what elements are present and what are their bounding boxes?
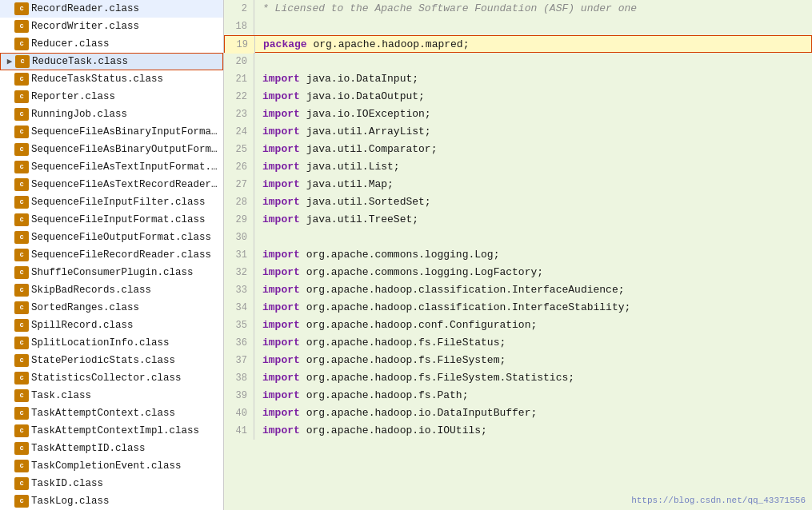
code-line-10: 27import java.util.Map; (224, 176, 812, 193)
tree-item-6[interactable]: cRunningJob.class (0, 106, 223, 123)
tree-arrow-3: ▶ (4, 53, 15, 70)
code-line-11: 28import java.util.SortedSet; (224, 193, 812, 211)
line-content-14: import org.apache.commons.logging.Log; (262, 246, 499, 264)
tree-item-27[interactable]: cTaskID.class (0, 475, 223, 492)
tree-item-label-27: TaskID.class (31, 475, 103, 492)
code-line-1: 18 (224, 18, 812, 35)
tree-item-11[interactable]: cSequenceFileInputFilter.class (0, 193, 223, 211)
tree-item-label-2: Reducer.class (31, 35, 110, 53)
line-number-21: 38 (224, 369, 254, 387)
line-content-24: import org.apache.hadoop.io.IOUtils; (262, 422, 487, 440)
code-line-24: 41import org.apache.hadoop.io.IOUtils; (224, 422, 812, 440)
tree-item-16[interactable]: cSkipBadRecords.class (0, 281, 223, 299)
line-number-9: 26 (224, 158, 254, 176)
tree-item-26[interactable]: cTaskCompletionEvent.class (0, 457, 223, 475)
tree-item-label-7: SequenceFileAsBinaryInputFormat.class (31, 123, 220, 141)
line-content-15: import org.apache.commons.logging.LogFac… (262, 264, 543, 281)
tree-item-14[interactable]: cSequenceFileRecordReader.class (0, 246, 223, 264)
tree-item-label-13: SequenceFileOutputFormat.class (31, 229, 211, 246)
tree-item-label-23: TaskAttemptContext.class (31, 404, 175, 422)
line-content-12: import java.util.TreeSet; (262, 211, 418, 229)
tree-item-19[interactable]: cSplitLocationInfo.class (0, 334, 223, 352)
code-editor: 2* Licensed to the Apache Software Found… (224, 0, 812, 510)
tree-item-label-12: SequenceFileInputFormat.class (31, 211, 206, 229)
watermark: https://blog.csdn.net/qq_43371556 (631, 496, 806, 505)
tree-item-label-21: StatisticsCollector.class (31, 369, 182, 387)
tree-item-label-25: TaskAttemptID.class (31, 440, 146, 457)
code-line-20: 37import org.apache.hadoop.fs.FileSystem… (224, 352, 812, 369)
code-line-4: 21import java.io.DataInput; (224, 70, 812, 88)
code-content: 2* Licensed to the Apache Software Found… (224, 0, 812, 440)
line-number-15: 32 (224, 264, 254, 281)
class-icon-18: c (14, 319, 29, 332)
class-icon-22: c (14, 389, 29, 402)
tree-item-12[interactable]: cSequenceFileInputFormat.class (0, 211, 223, 229)
tree-item-18[interactable]: cSpillRecord.class (0, 317, 223, 334)
tree-item-24[interactable]: cTaskAttemptContextImpl.class (0, 422, 223, 440)
tree-item-13[interactable]: cSequenceFileOutputFormat.class (0, 229, 223, 246)
class-icon-25: c (14, 442, 29, 455)
line-number-16: 33 (224, 281, 254, 299)
class-icon-9: c (14, 161, 29, 173)
line-number-0: 2 (224, 0, 254, 18)
line-content-16: import org.apache.hadoop.classification.… (262, 281, 625, 299)
line-content-20: import org.apache.hadoop.fs.FileSystem; (262, 352, 506, 369)
class-icon-27: c (14, 477, 29, 490)
class-icon-2: c (14, 38, 29, 50)
line-number-3: 20 (224, 53, 254, 70)
line-number-8: 25 (224, 141, 254, 158)
line-number-7: 24 (224, 123, 254, 141)
code-line-19: 36import org.apache.hadoop.fs.FileStatus… (224, 334, 812, 352)
tree-item-23[interactable]: cTaskAttemptContext.class (0, 404, 223, 422)
tree-item-label-0: RecordReader.class (31, 0, 139, 18)
tree-item-5[interactable]: cReporter.class (0, 88, 223, 106)
line-number-5: 22 (224, 88, 254, 106)
line-content-7: import java.util.ArrayList; (262, 123, 431, 141)
class-icon-13: c (14, 231, 29, 244)
line-content-0: * Licensed to the Apache Software Founda… (262, 0, 637, 18)
line-content-9: import java.util.List; (262, 158, 400, 176)
tree-item-label-24: TaskAttemptContextImpl.class (31, 422, 199, 440)
class-icon-3: c (15, 55, 30, 68)
class-icon-5: c (14, 90, 29, 103)
code-line-5: 22import java.io.DataOutput; (224, 88, 812, 106)
tree-item-label-4: ReduceTaskStatus.class (31, 70, 163, 88)
tree-item-8[interactable]: cSequenceFileAsBinaryOutputFormat.cl... (0, 141, 223, 158)
tree-item-15[interactable]: cShuffleConsumerPlugin.class (0, 264, 223, 281)
tree-item-20[interactable]: cStatePeriodicStats.class (0, 352, 223, 369)
code-line-16: 33import org.apache.hadoop.classificatio… (224, 281, 812, 299)
tree-item-10[interactable]: cSequenceFileAsTextRecordReader.clas... (0, 176, 223, 193)
tree-item-25[interactable]: cTaskAttemptID.class (0, 440, 223, 457)
tree-item-0[interactable]: cRecordReader.class (0, 0, 223, 18)
tree-item-7[interactable]: cSequenceFileAsBinaryInputFormat.class (0, 123, 223, 141)
tree-item-28[interactable]: cTaskLog.class (0, 492, 223, 510)
class-icon-1: c (14, 20, 29, 33)
tree-item-9[interactable]: cSequenceFileAsTextInputFormat.class (0, 158, 223, 176)
code-line-7: 24import java.util.ArrayList; (224, 123, 812, 141)
code-line-12: 29import java.util.TreeSet; (224, 211, 812, 229)
code-line-6: 23import java.io.IOException; (224, 106, 812, 123)
tree-item-21[interactable]: cStatisticsCollector.class (0, 369, 223, 387)
tree-item-17[interactable]: cSortedRanges.class (0, 299, 223, 317)
line-content-2: package org.apache.hadoop.mapred; (263, 36, 469, 54)
code-line-0: 2* Licensed to the Apache Software Found… (224, 0, 812, 18)
file-tree[interactable]: cRecordReader.classcRecordWriter.classcR… (0, 0, 224, 510)
line-number-14: 31 (224, 246, 254, 264)
line-number-19: 36 (224, 334, 254, 352)
class-icon-7: c (14, 126, 29, 138)
tree-item-1[interactable]: cRecordWriter.class (0, 18, 223, 35)
tree-item-label-11: SequenceFileInputFilter.class (31, 193, 206, 211)
line-content-19: import org.apache.hadoop.fs.FileStatus; (262, 334, 506, 352)
class-icon-17: c (14, 301, 29, 314)
tree-item-2[interactable]: cReducer.class (0, 35, 223, 53)
class-icon-6: c (14, 108, 29, 121)
line-content-8: import java.util.Comparator; (262, 141, 437, 158)
tree-item-22[interactable]: cTask.class (0, 387, 223, 404)
line-content-10: import java.util.Map; (262, 176, 394, 193)
tree-item-4[interactable]: cReduceTaskStatus.class (0, 70, 223, 88)
class-icon-14: c (14, 249, 29, 261)
tree-item-label-18: SpillRecord.class (31, 317, 134, 334)
class-icon-4: c (14, 73, 29, 86)
line-number-24: 41 (224, 422, 254, 440)
tree-item-3[interactable]: ▶cReduceTask.class (0, 53, 223, 70)
